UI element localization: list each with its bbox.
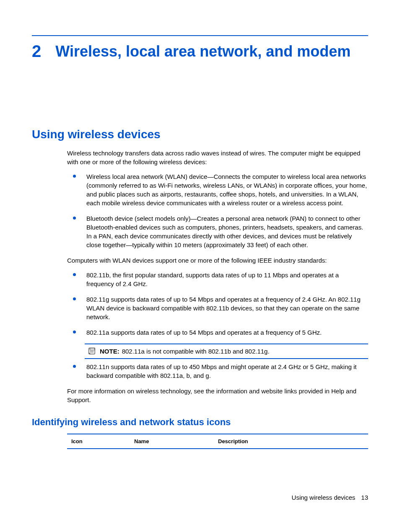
svg-rect-1 — [90, 348, 95, 350]
chapter-number: 2 — [32, 42, 41, 60]
document-page: 2 Wireless, local area network, and mode… — [0, 0, 400, 532]
page-number: 13 — [361, 494, 368, 501]
section-heading: Using wireless devices — [32, 128, 368, 141]
table-header-name: Name — [134, 438, 218, 444]
page-footer: Using wireless devices13 — [292, 494, 368, 501]
note-label: NOTE: — [100, 348, 119, 355]
list-item: 802.11n supports data rates of up to 450… — [67, 362, 368, 380]
standards-list-continued: 802.11n supports data rates of up to 450… — [67, 362, 368, 380]
note-icon — [88, 347, 96, 355]
standards-intro: Computers with WLAN devices support one … — [67, 256, 368, 265]
table-header-description: Description — [218, 438, 364, 444]
note-content: NOTE:802.11a is not compatible with 802.… — [100, 347, 270, 356]
subsection-heading: Identifying wireless and network status … — [32, 417, 368, 428]
closing-paragraph: For more information on wireless technol… — [67, 387, 368, 404]
table-header-icon: Icon — [71, 438, 134, 444]
list-item: 802.11g supports data rates of up to 54 … — [67, 295, 368, 321]
footer-section-title: Using wireless devices — [292, 494, 356, 501]
note-callout: NOTE:802.11a is not compatible with 802.… — [85, 343, 368, 359]
list-item: Bluetooth device (select models only)—Cr… — [67, 214, 368, 249]
standards-list: 802.11b, the first popular standard, sup… — [67, 271, 368, 337]
table-header-row: Icon Name Description — [67, 434, 368, 448]
chapter-title: Wireless, local area network, and modem — [55, 42, 351, 61]
list-item: Wireless local area network (WLAN) devic… — [67, 172, 368, 207]
list-item: 802.11a supports data rates of up to 54 … — [67, 328, 368, 337]
icons-table: Icon Name Description — [67, 434, 368, 449]
device-list: Wireless local area network (WLAN) devic… — [67, 172, 368, 249]
chapter-heading: 2 Wireless, local area network, and mode… — [32, 42, 368, 61]
note-text: 802.11a is not compatible with 802.11b a… — [122, 348, 270, 355]
list-item: 802.11b, the first popular standard, sup… — [67, 271, 368, 288]
intro-paragraph: Wireless technology transfers data acros… — [67, 149, 368, 166]
chapter-rule — [32, 35, 368, 36]
